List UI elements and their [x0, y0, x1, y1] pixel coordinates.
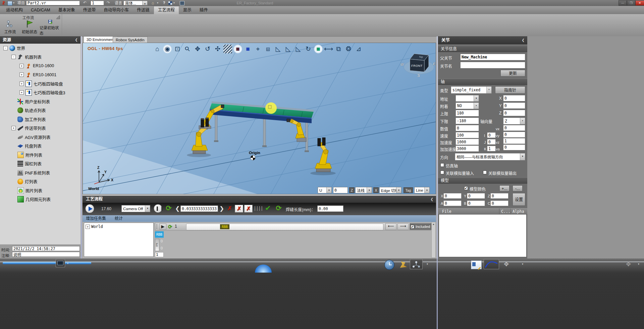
address-select[interactable] — [455, 95, 479, 102]
tab-robox-sysaddin[interactable]: Robox SysAddIn — [113, 37, 148, 43]
jerk-input[interactable] — [455, 145, 479, 152]
chevron-down-icon[interactable] — [474, 103, 479, 109]
chevron-down-icon[interactable] — [520, 153, 525, 160]
menu-item[interactable]: 基本对象 — [54, 6, 79, 14]
attach-select[interactable]: NO — [455, 102, 479, 109]
track-play-button[interactable]: ▶ — [159, 224, 166, 230]
initial-state-button[interactable]: 初始状态 — [20, 19, 39, 36]
redo-icon[interactable]: ↷ — [107, 0, 110, 5]
set-button[interactable]: 设置 — [513, 193, 525, 206]
tree-item[interactable]: 轨迹点列表 — [0, 106, 80, 115]
window-menu-icon[interactable] — [7, 1, 12, 6]
corner-snap-icon[interactable]: ⧉ — [334, 45, 343, 53]
analog-input-checkbox[interactable] — [440, 171, 444, 174]
included-toggle[interactable]: Included — [410, 223, 432, 230]
plane-zx-icon[interactable]: ◺ — [294, 45, 303, 53]
speed-input[interactable] — [455, 132, 479, 138]
tree-expander[interactable] — [11, 126, 16, 130]
tree-item[interactable]: 围栏列表 — [0, 159, 80, 169]
menu-item[interactable]: 工艺流程 — [154, 6, 179, 14]
z-input[interactable] — [503, 110, 525, 116]
dialog-launcher-icon[interactable] — [56, 15, 60, 19]
plane-xy-icon[interactable]: ◺ — [274, 45, 282, 53]
line-select[interactable]: Line — [414, 187, 430, 193]
play-button[interactable] — [85, 204, 94, 213]
alpha-column-header[interactable]: Alpha — [511, 208, 524, 215]
add-model-button[interactable]: +... — [499, 185, 509, 191]
model-z-input[interactable] — [490, 193, 508, 199]
menu-item[interactable]: 传送链 — [133, 6, 154, 14]
zoom-window-icon[interactable]: ⊡ — [173, 45, 182, 53]
task-tree[interactable]: World — [84, 223, 154, 257]
tree-item[interactable]: ER10-16001 — [0, 70, 80, 80]
tree-expander[interactable] — [86, 225, 90, 229]
refresh-loop-button[interactable] — [164, 204, 173, 213]
plane-yz-icon[interactable]: ◺ — [284, 45, 292, 53]
collapse-panel-icon[interactable] — [431, 196, 433, 203]
viewport-canvas[interactable]: Origin Z Y X World — [83, 43, 436, 194]
y-input[interactable] — [503, 102, 525, 109]
workflow-button[interactable]: 工作流 — [1, 19, 19, 36]
normal-select[interactable]: 法线 — [355, 187, 372, 193]
chevron-down-icon[interactable] — [396, 187, 401, 193]
process-tab[interactable]: 统计 — [115, 215, 123, 222]
left-splitter[interactable] — [81, 36, 82, 258]
language-select[interactable]: 简体... — [123, 1, 148, 5]
zoom-icon[interactable]: ⚲ — [181, 43, 194, 55]
collapse-panel-icon[interactable] — [75, 36, 78, 44]
tree-item[interactable]: 加工件列表 — [0, 115, 80, 124]
time-step-input[interactable] — [180, 205, 218, 212]
undo-icon[interactable]: ↶ — [83, 0, 87, 5]
menu-item[interactable]: 显示 — [179, 6, 196, 14]
move-right-button[interactable]: ⟶ — [397, 223, 409, 230]
drag-handle[interactable] — [156, 224, 157, 229]
model-color-checkbox[interactable] — [464, 186, 468, 190]
project-name-input[interactable] — [26, 1, 80, 5]
bounding-box-icon[interactable]: ⧈ — [264, 45, 272, 53]
horizontal-scrollbar[interactable] — [3, 262, 91, 264]
measure-distance-icon[interactable]: ⟷ — [324, 45, 333, 53]
record-initial-state-button[interactable]: 记录初始状态 — [40, 19, 61, 36]
analog-output-checkbox[interactable] — [483, 171, 487, 174]
menu-item[interactable]: 传送带 — [79, 6, 100, 14]
tree-expander[interactable] — [19, 64, 24, 68]
tab-3d-environment[interactable]: 3D Environment — [84, 36, 117, 43]
menu-item[interactable]: 插件 — [196, 6, 212, 14]
chevron-down-icon[interactable] — [474, 95, 479, 101]
model-a-input[interactable] — [443, 200, 462, 206]
rotate-view-icon[interactable]: ↺ — [203, 45, 212, 53]
confirm-button[interactable] — [265, 204, 271, 212]
model-x-input[interactable] — [443, 193, 462, 199]
joint-name-input[interactable] — [460, 62, 525, 68]
tree-item[interactable]: 几何图元列表 — [0, 195, 80, 204]
chevron-down-icon[interactable]: ▾ — [427, 261, 428, 267]
timeline-track[interactable]: RBB — [186, 224, 383, 230]
tree-item[interactable]: 七巧板四轴吸盘3 — [0, 88, 80, 97]
chevron-down-icon[interactable] — [326, 187, 331, 193]
hatch-display-icon[interactable]: ▨ — [223, 45, 232, 53]
selection-highlight[interactable] — [265, 102, 277, 114]
tree-expander[interactable] — [3, 46, 8, 50]
tree-item[interactable]: PNF系统列表 — [0, 168, 80, 177]
dock-workflow-icon[interactable] — [410, 259, 423, 269]
regenerate-button[interactable] — [274, 204, 283, 213]
pan-icon[interactable]: ✥ — [193, 45, 202, 53]
track-rbb-badge[interactable]: RBB — [220, 224, 229, 229]
process-tab[interactable]: 增加任务集 — [86, 215, 106, 222]
dock-path-icon[interactable] — [484, 259, 499, 269]
k-input[interactable] — [487, 146, 496, 151]
direction-select[interactable]: 相同——与标准系统轴方向 — [455, 153, 525, 160]
chevron-down-icon[interactable] — [145, 205, 150, 212]
vy-input[interactable] — [503, 132, 525, 138]
value-input[interactable] — [455, 125, 479, 131]
tree-item[interactable]: 图片列表 — [0, 186, 80, 195]
chevron-down-icon[interactable] — [367, 187, 372, 193]
panel-icon[interactable] — [180, 1, 184, 5]
model-b-input[interactable] — [467, 200, 485, 206]
move-left-button[interactable]: ⟵ — [385, 223, 396, 230]
measure-angle-icon[interactable]: ⊿ — [354, 45, 363, 53]
rotate-axis-icon[interactable]: ↻ — [304, 45, 313, 53]
remove-model-button[interactable]: -... — [513, 185, 523, 191]
tree-item[interactable]: AGV资源列表 — [0, 133, 80, 142]
dock-move-icon-2[interactable]: ✥ — [626, 261, 631, 268]
